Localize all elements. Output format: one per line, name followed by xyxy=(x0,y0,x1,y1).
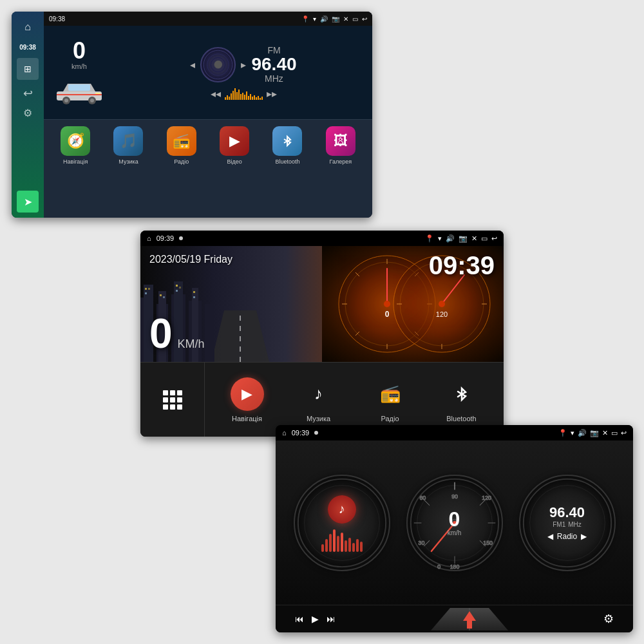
screen3-radio-unit: MHz xyxy=(568,521,582,528)
music-note-icon: ♪ xyxy=(328,495,356,524)
s2-statusbar-icons: 📍 ▾ 🔊 📷 ✕ ▭ ↩ xyxy=(425,234,497,243)
wifi-icon: ▾ xyxy=(313,15,316,23)
nav-music-label: Музика xyxy=(307,415,330,422)
svg-text:90: 90 xyxy=(451,493,458,500)
radio-unit: MHz xyxy=(251,73,296,84)
s3-back-icon[interactable]: ↩ xyxy=(621,429,627,437)
s3-cast-icon: ▭ xyxy=(611,429,618,437)
svg-rect-1 xyxy=(68,84,90,91)
radio-next-button[interactable]: ▸ xyxy=(241,59,246,71)
settings-button[interactable]: ⚙ xyxy=(603,612,614,626)
svg-text:120: 120 xyxy=(482,494,491,500)
nav-radio-label: Радіо xyxy=(381,415,399,422)
nav-app-button[interactable]: 🧭 Навігація xyxy=(61,126,90,165)
screen2-speed-value: 0 xyxy=(149,313,173,354)
screen2-speed-unit: KM/h xyxy=(178,337,205,351)
screen3-speed-display: 0 km/h xyxy=(448,509,462,536)
svg-rect-28 xyxy=(163,296,165,298)
screen2-home-grid[interactable] xyxy=(140,363,205,437)
media-play-button[interactable]: ▶ xyxy=(312,614,319,624)
screen3-radio-display: 96.40 FM1 MHz ◀ Radio ▶ xyxy=(547,504,587,541)
settings-icon[interactable]: ⚙ xyxy=(23,107,32,119)
send-icon[interactable]: ➤ xyxy=(17,191,39,213)
music-bars xyxy=(321,529,363,552)
svg-point-53 xyxy=(439,301,445,307)
s3-wifi-icon: ▾ xyxy=(571,429,574,437)
home-icon[interactable]: ⌂ xyxy=(17,17,38,37)
music-app-icon: 🎵 xyxy=(113,126,143,156)
s2-location-icon: 📍 xyxy=(425,234,434,243)
s2-statusbar-time: 09:39 xyxy=(156,234,175,242)
screen3-radio-frequency: 96.40 xyxy=(547,504,587,521)
radio-controls: ◂ ▸ FM 96.40 xyxy=(190,45,296,84)
s2-back-icon[interactable]: ↩ xyxy=(491,234,497,243)
screen3-statusbar: ⌂ 09:39 📍 ▾ 🔊 📷 ✕ ▭ ↩ xyxy=(276,425,633,440)
radio-skip-prev-button[interactable]: ◂◂ xyxy=(211,88,221,100)
radio-skip-next-button[interactable]: ▸▸ xyxy=(267,88,277,100)
s3-volume-icon: 🔊 xyxy=(578,429,587,437)
screen3: ⌂ 09:39 📍 ▾ 🔊 📷 ✕ ▭ ↩ xyxy=(276,425,633,632)
radio-right-button[interactable]: ▶ xyxy=(581,532,587,541)
location-icon: 📍 xyxy=(301,15,309,23)
screen3-radio-band: FM1 xyxy=(553,521,565,528)
music-app-button[interactable]: 🎵 Музика xyxy=(113,126,143,165)
s2-cast-icon: ▭ xyxy=(481,234,488,243)
car-image xyxy=(53,77,105,106)
s3-statusbar-time: 09:39 xyxy=(292,429,310,437)
radio-app-button[interactable]: 📻 Радіо xyxy=(167,126,196,165)
media-next-button[interactable]: ⏭ xyxy=(327,614,336,624)
music-note-button[interactable]: ♪ xyxy=(328,495,356,524)
radio-left-button[interactable]: ◀ xyxy=(547,532,553,541)
nav-bluetooth-button[interactable]: Bluetooth xyxy=(445,377,478,422)
s2-volume-icon: 🔊 xyxy=(446,234,455,243)
camera-icon: 📷 xyxy=(332,15,339,23)
screen2-date: 2023/05/19 Friday xyxy=(149,254,232,265)
nav-navigation-button[interactable]: ▶ Навігація xyxy=(231,377,264,422)
radio-label: Radio xyxy=(557,532,577,541)
svg-rect-33 xyxy=(193,296,195,298)
s3-dot-icon xyxy=(314,431,318,435)
svg-text:0: 0 xyxy=(385,310,390,319)
s3-statusbar-icons: 📍 ▾ 🔊 📷 ✕ ▭ ↩ xyxy=(558,429,627,437)
sidebar-time: 09:38 xyxy=(19,44,36,52)
svg-rect-27 xyxy=(160,294,162,296)
screen1-statusbar: 09:38 📍 ▾ 🔊 📷 ✕ ▭ ↩ xyxy=(44,12,372,26)
svg-text:120: 120 xyxy=(436,310,448,318)
gallery-app-button[interactable]: 🖼 Галерея xyxy=(326,126,355,165)
nav-navigation-icon: ▶ xyxy=(231,377,264,411)
radio-disc xyxy=(200,47,236,82)
screen2-content: 0 120 2023/05/19 Friday 09:39 0 KM/h xyxy=(140,246,504,362)
s3-home-icon[interactable]: ⌂ xyxy=(282,429,287,437)
nav-radio-button[interactable]: 📻 Радіо xyxy=(374,377,407,422)
svg-text:0: 0 xyxy=(437,564,440,570)
screen3-speed-gauge: 90 30 60 120 150 1 xyxy=(406,475,503,571)
bluetooth-app-label: Bluetooth xyxy=(275,158,299,165)
s3-location-icon: 📍 xyxy=(558,429,567,437)
map-icon[interactable]: ⊞ xyxy=(17,58,39,80)
screen2-statusbar: ⌂ 09:39 📍 ▾ 🔊 📷 ✕ ▭ ↩ xyxy=(140,231,504,246)
svg-point-9 xyxy=(207,53,229,75)
svg-rect-25 xyxy=(148,288,150,290)
radio-section: ◂ ▸ FM 96.40 xyxy=(115,26,372,119)
radio-frequency: 96.40 xyxy=(251,55,296,73)
nav-navigation-label: Навігація xyxy=(232,415,262,422)
bluetooth-app-button[interactable]: Bluetooth xyxy=(272,126,302,165)
radio-prev-button[interactable]: ◂ xyxy=(190,59,195,71)
s2-wifi-icon: ▾ xyxy=(438,234,442,243)
back-icon[interactable]: ↩ xyxy=(23,86,33,100)
s2-home-icon[interactable]: ⌂ xyxy=(147,234,151,242)
s2-close-icon: ✕ xyxy=(471,234,477,243)
screen3-bottom-bar: ⏮ ▶ ⏭ ⚙ xyxy=(276,605,633,632)
back-arrow-icon[interactable]: ↩ xyxy=(362,15,367,23)
nav-app-label: Навігація xyxy=(63,158,88,165)
media-prev-button[interactable]: ⏮ xyxy=(295,614,304,624)
nav-bluetooth-icon xyxy=(445,377,478,411)
volume-icon: 🔊 xyxy=(320,15,328,23)
nav-music-button[interactable]: ♪ Музика xyxy=(302,377,336,422)
screen3-music-gauge: ♪ xyxy=(294,475,390,571)
video-app-button[interactable]: ▶ Відео xyxy=(220,126,249,165)
s2-camera-icon: 📷 xyxy=(459,234,468,243)
screen3-radio-controls: ◀ Radio ▶ xyxy=(547,532,587,541)
svg-rect-29 xyxy=(176,285,178,287)
screen3-road-decoration xyxy=(431,608,508,630)
